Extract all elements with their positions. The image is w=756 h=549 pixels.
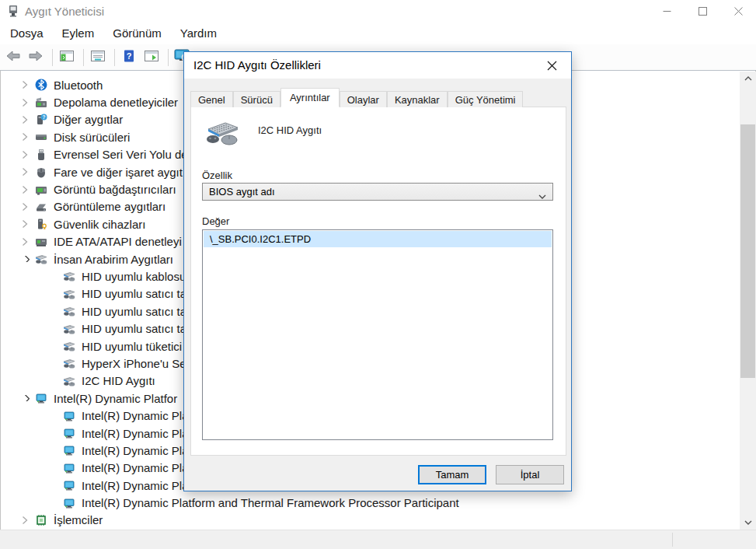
hid-icon — [63, 288, 75, 300]
maximize-button[interactable] — [685, 0, 720, 22]
show-console-tree-button[interactable] — [57, 47, 77, 68]
forward-arrow-icon — [28, 50, 44, 65]
hid-icon — [63, 270, 75, 282]
window-title: Aygıt Yöneticisi — [25, 5, 104, 18]
vertical-scrollbar[interactable] — [740, 72, 756, 530]
show-action-pane-icon — [144, 50, 159, 65]
unknown-device-icon: ? — [35, 114, 47, 126]
chevron-right-icon[interactable] — [19, 219, 30, 229]
disk-icon — [35, 131, 47, 143]
tab-ayrintilar[interactable]: Ayrıntılar — [280, 88, 340, 107]
minimize-icon — [663, 7, 671, 16]
tab-kaynaklar[interactable]: Kaynaklar — [387, 91, 448, 107]
usb-icon — [35, 149, 47, 161]
hid-icon — [63, 357, 75, 369]
chevron-right-icon[interactable] — [19, 201, 30, 212]
tab-guc-yonetimi[interactable]: Güç Yönetimi — [448, 91, 524, 107]
property-dropdown-value: BIOS aygıt adı — [209, 186, 275, 198]
cancel-button[interactable]: İptal — [496, 465, 564, 484]
close-button[interactable] — [720, 0, 756, 22]
chevron-right-icon[interactable] — [19, 166, 30, 177]
property-label: Özellik — [202, 170, 232, 181]
close-icon — [547, 61, 557, 71]
show-console-tree-icon — [59, 50, 75, 65]
intel-device-icon — [63, 444, 75, 456]
intel-device-icon — [63, 497, 75, 509]
back-button[interactable] — [3, 47, 23, 68]
dialog-titlebar: I2C HID Aygıtı Özellikleri — [184, 52, 571, 79]
mouse-icon — [35, 166, 47, 178]
scroll-up-icon[interactable] — [740, 72, 756, 86]
help-icon: ? — [122, 50, 136, 65]
properties-button[interactable] — [88, 47, 108, 68]
menu-yardim[interactable]: Yardım — [171, 22, 226, 44]
menu-dosya[interactable]: Dosya — [1, 22, 53, 44]
chevron-right-icon[interactable] — [19, 79, 30, 90]
statusbar — [0, 530, 756, 549]
intel-device-icon — [63, 479, 75, 491]
storage-icon — [35, 96, 47, 109]
ok-button[interactable]: Tamam — [418, 465, 486, 484]
dialog-close-button[interactable] — [540, 55, 563, 75]
intel-device-icon — [35, 392, 47, 404]
processor-icon — [35, 514, 47, 526]
properties-dialog: I2C HID Aygıtı Özellikleri Genel Sürücü … — [183, 51, 572, 491]
back-arrow-icon — [5, 50, 21, 65]
svg-text:?: ? — [127, 51, 132, 61]
ide-icon — [35, 236, 47, 248]
toolbar-separator — [83, 49, 84, 66]
bluetooth-icon — [35, 79, 47, 91]
intel-device-icon — [63, 427, 75, 439]
tree-item[interactable]: İşlemciler — [1, 512, 740, 529]
details-tab-page: I2C HID Aygıtı Özellik BIOS aygıt adı De… — [190, 107, 566, 456]
display-adapter-icon — [35, 184, 47, 196]
svg-text:?: ? — [43, 114, 46, 120]
chevron-right-icon[interactable] — [19, 114, 30, 125]
tab-surucu[interactable]: Sürücü — [233, 91, 280, 107]
tab-olaylar[interactable]: Olaylar — [340, 91, 387, 107]
scrollbar-thumb[interactable] — [740, 124, 755, 378]
property-dropdown[interactable]: BIOS aygıt adı — [202, 183, 553, 201]
intel-device-icon — [63, 410, 75, 422]
chevron-right-icon[interactable] — [19, 149, 30, 160]
device-name: I2C HID Aygıtı — [258, 124, 322, 136]
menu-gorunum[interactable]: Görünüm — [103, 22, 171, 44]
security-icon — [35, 218, 47, 230]
toolbar-separator — [114, 49, 115, 66]
hid-icon — [63, 305, 75, 317]
chevron-right-icon[interactable] — [19, 184, 30, 195]
scroll-down-icon[interactable] — [740, 516, 756, 530]
chevron-right-icon[interactable] — [19, 97, 30, 108]
statusbar-divider — [672, 533, 673, 547]
close-icon — [734, 7, 743, 16]
tab-genel[interactable]: Genel — [190, 91, 233, 107]
show-action-pane-button[interactable] — [141, 47, 162, 68]
properties-icon — [90, 50, 106, 65]
chevron-right-icon[interactable] — [19, 236, 30, 247]
value-label: Değer — [202, 215, 229, 227]
value-listbox[interactable]: \_SB.PCI0.I2C1.ETPD — [202, 229, 553, 440]
menu-eylem[interactable]: Eylem — [53, 22, 104, 44]
help-button[interactable]: ? — [119, 47, 139, 68]
chevron-right-icon[interactable] — [19, 131, 30, 142]
toolbar-separator — [52, 49, 53, 66]
dialog-title: I2C HID Aygıtı Özellikleri — [193, 58, 321, 72]
chevron-down-icon[interactable] — [19, 393, 30, 404]
chevron-down-icon — [538, 190, 546, 201]
device-manager-window: Aygıt Yöneticisi Dosya Eylem Görünüm Yar… — [0, 0, 756, 549]
chevron-down-icon[interactable] — [19, 254, 30, 264]
hid-icon — [35, 253, 47, 265]
chevron-right-icon[interactable] — [19, 515, 30, 526]
tree-item[interactable]: Intel(R) Dynamic Platform and Thermal Fr… — [1, 494, 740, 511]
forward-button[interactable] — [26, 47, 46, 68]
device-manager-icon — [7, 5, 19, 17]
menubar: Dosya Eylem Görünüm Yardım — [0, 22, 756, 44]
maximize-icon — [699, 7, 707, 16]
hid-icon — [63, 340, 75, 352]
value-list-item-selected[interactable]: \_SB.PCI0.I2C1.ETPD — [204, 231, 552, 247]
hid-icon — [63, 375, 75, 387]
titlebar: Aygıt Yöneticisi — [0, 0, 756, 22]
imaging-icon — [35, 201, 47, 213]
intel-device-icon — [63, 462, 75, 474]
minimize-button[interactable] — [649, 0, 685, 22]
